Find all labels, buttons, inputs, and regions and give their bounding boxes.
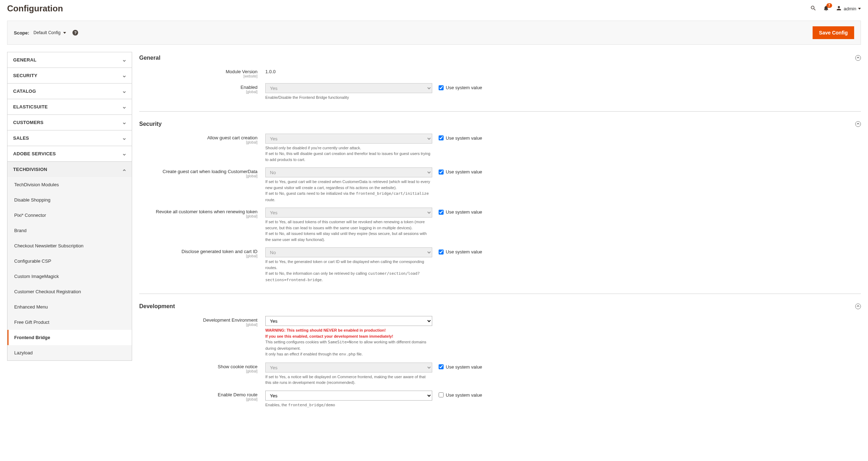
- save-config-button[interactable]: Save Config: [813, 26, 854, 39]
- sidebar-item-custom-imagemagick[interactable]: Custom ImageMagick: [7, 269, 132, 284]
- sidebar-tab-general[interactable]: GENERAL: [7, 52, 132, 68]
- collapse-icon: [855, 121, 861, 127]
- field-note: If set to Yes, all issued tokens of this…: [265, 219, 432, 242]
- sidebar-tab-label: ELASTICSUITE: [13, 104, 48, 109]
- sidebar-tab-adobe-services[interactable]: ADOBE SERVICES: [7, 146, 132, 161]
- field-label: Enable Demo route: [218, 392, 257, 397]
- field-note: If set to Yes, a notice will be displaye…: [265, 374, 432, 386]
- sidebar-item-checkout-newsletter-subscription[interactable]: Checkout Newsletter Subscription: [7, 238, 132, 253]
- sidebar-tab-sales[interactable]: SALES: [7, 130, 132, 146]
- enabled-select[interactable]: Yes: [265, 83, 432, 93]
- field-note: If set to Yes, guest cart will be create…: [265, 179, 432, 203]
- use-system-label: Use system value: [446, 85, 482, 90]
- scope-selector[interactable]: Default Config: [33, 30, 66, 35]
- sidebar-tab-security[interactable]: SECURITY: [7, 68, 132, 83]
- page-title: Configuration: [7, 4, 63, 14]
- field-note: If set to Yes, the generated token or ca…: [265, 259, 432, 283]
- field-cookie-notice: Show cookie notice [global] Yes If set t…: [139, 361, 861, 387]
- sidebar-item-frontend-bridge[interactable]: Frontend Bridge: [7, 330, 132, 345]
- use-system-checkbox[interactable]: [439, 135, 444, 140]
- dev-env-select[interactable]: Yes: [265, 316, 432, 326]
- use-system-label: Use system value: [446, 135, 482, 141]
- chevron-down-icon: [123, 152, 126, 156]
- sidebar-item-enhanced-menu[interactable]: Enhanced Menu: [7, 299, 132, 315]
- user-icon: [836, 5, 842, 12]
- main-content: GENERALSECURITYCATALOGELASTICSUITECUSTOM…: [0, 45, 868, 432]
- sidebar-tab-label: CUSTOMERS: [13, 120, 44, 125]
- use-system-checkbox[interactable]: [439, 85, 444, 90]
- use-system-label: Use system value: [446, 209, 482, 215]
- help-icon[interactable]: ?: [72, 30, 78, 36]
- field-demo-route: Enable Demo route [global] Yes Enables, …: [139, 389, 861, 410]
- sidebar-item-techdivision-modules[interactable]: TechDivision Modules: [7, 177, 132, 192]
- disclose-select[interactable]: No: [265, 247, 432, 257]
- allow-guest-select[interactable]: Yes: [265, 134, 432, 144]
- demo-route-select[interactable]: Yes: [265, 391, 432, 401]
- field-revoke-tokens: Revoke all customer tokens when renewing…: [139, 206, 861, 244]
- header-actions: 7 admin: [810, 5, 861, 12]
- sidebar-tab-techdivision[interactable]: TECHDIVISION: [7, 162, 132, 177]
- section-general: General Module Version [website] 1.0.0 E…: [139, 52, 861, 112]
- field-label: Enabled: [240, 85, 257, 90]
- field-label: Show cookie notice: [218, 364, 257, 369]
- scope-value: Default Config: [33, 30, 60, 35]
- sidebar-item-disable-shopping[interactable]: Disable Shopping: [7, 192, 132, 208]
- field-label: Revoke all customer tokens when renewing…: [156, 209, 257, 214]
- use-system-checkbox[interactable]: [439, 210, 444, 215]
- sidebar-tab-catalog[interactable]: CATALOG: [7, 84, 132, 99]
- field-label: Create guest cart when loading CustomerD…: [163, 169, 257, 174]
- sidebar-item-free-gift-product[interactable]: Free Gift Product: [7, 315, 132, 330]
- admin-username: admin: [844, 6, 856, 11]
- cookie-notice-select[interactable]: Yes: [265, 363, 432, 372]
- sidebar-tab-label: ADOBE SERVICES: [13, 151, 56, 156]
- use-system-checkbox[interactable]: [439, 392, 444, 397]
- section-security-header[interactable]: Security: [139, 118, 861, 132]
- admin-user-dropdown[interactable]: admin: [836, 5, 861, 12]
- sidebar-item-pixi-connector[interactable]: Pixi* Connector: [7, 208, 132, 223]
- field-label: Module Version: [226, 69, 257, 74]
- field-label: Development Environment: [203, 317, 257, 323]
- sidebar-item-configurable-csp[interactable]: Configurable CSP: [7, 253, 132, 269]
- field-dev-env: Development Environment [global] Yes WAR…: [139, 315, 861, 359]
- field-enabled: Enabled [global] Yes Enable/Disable the …: [139, 82, 861, 102]
- revoke-tokens-select[interactable]: Yes: [265, 208, 432, 218]
- sidebar-tab-customers[interactable]: CUSTOMERS: [7, 115, 132, 130]
- field-disclose-token: Disclose generated token and cart ID [gl…: [139, 246, 861, 284]
- field-note: Enables, the frontend_bridge/demo: [265, 402, 432, 408]
- sidebar-item-customer-checkout-registration[interactable]: Customer Checkout Registration: [7, 284, 132, 299]
- search-icon[interactable]: [810, 5, 817, 12]
- field-module-version: Module Version [website] 1.0.0: [139, 66, 861, 80]
- field-label: Disclose generated token and cart ID: [181, 249, 257, 254]
- create-guest-select[interactable]: No: [265, 167, 432, 177]
- notification-badge: 7: [826, 3, 832, 8]
- field-scope: [global]: [139, 174, 257, 178]
- section-development-header[interactable]: Development: [139, 300, 861, 315]
- chevron-down-icon: [123, 105, 126, 109]
- page-header: Configuration 7 admin: [0, 0, 868, 21]
- notifications-icon[interactable]: 7: [823, 5, 829, 12]
- chevron-down-icon: [123, 121, 126, 124]
- sidebar-tab-label: GENERAL: [13, 57, 37, 63]
- use-system-checkbox[interactable]: [439, 250, 444, 254]
- use-system-label: Use system value: [446, 169, 482, 175]
- use-system-checkbox[interactable]: [439, 364, 444, 369]
- field-label: Allow guest cart creation: [207, 135, 257, 140]
- caret-down-icon: [63, 32, 66, 34]
- sidebar-tab-label: SALES: [13, 135, 29, 141]
- use-system-label: Use system value: [446, 392, 482, 398]
- sidebar-item-lazyload[interactable]: Lazyload: [7, 345, 132, 360]
- section-general-header[interactable]: General: [139, 52, 861, 66]
- sidebar-item-brand[interactable]: Brand: [7, 223, 132, 238]
- use-system-label: Use system value: [446, 364, 482, 370]
- field-scope: [global]: [139, 90, 257, 94]
- section-title: Security: [139, 121, 162, 127]
- field-note: Should only be disabled if you're curren…: [265, 145, 432, 163]
- scope-label: Scope:: [14, 30, 29, 36]
- sidebar-tab-elasticsuite[interactable]: ELASTICSUITE: [7, 99, 132, 114]
- section-development: Development Development Environment [glo…: [139, 300, 861, 419]
- field-scope: [global]: [139, 140, 257, 144]
- chevron-down-icon: [123, 74, 126, 77]
- use-system-checkbox[interactable]: [439, 170, 444, 175]
- config-sidebar: GENERALSECURITYCATALOGELASTICSUITECUSTOM…: [7, 52, 132, 361]
- field-scope: [global]: [139, 254, 257, 258]
